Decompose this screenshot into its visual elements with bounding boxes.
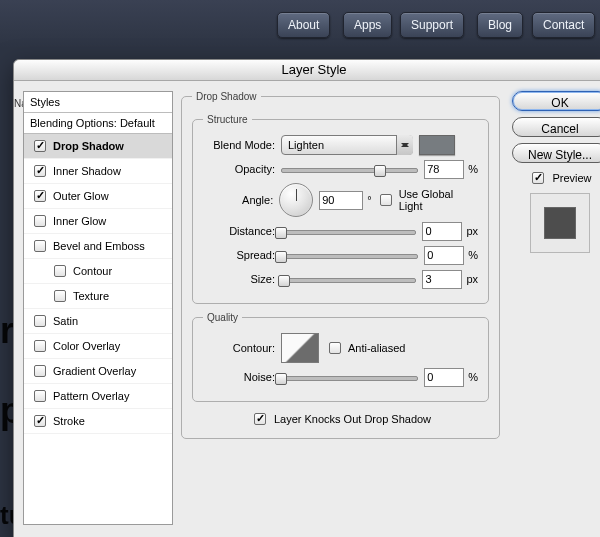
style-item-inner-shadow[interactable]: Inner Shadow bbox=[24, 159, 172, 184]
size-slider[interactable] bbox=[281, 272, 416, 286]
noise-label: Noise: bbox=[203, 371, 281, 383]
style-item-checkbox[interactable] bbox=[34, 165, 46, 177]
style-item-checkbox[interactable] bbox=[34, 190, 46, 202]
blend-mode-label: Blend Mode: bbox=[203, 139, 281, 151]
style-item-label: Inner Glow bbox=[53, 215, 106, 227]
effect-settings: Drop Shadow Structure Blend Mode: Lighte… bbox=[181, 91, 500, 449]
size-label: Size: bbox=[203, 273, 281, 285]
style-item-checkbox[interactable] bbox=[34, 140, 46, 152]
style-item-gradient-overlay[interactable]: Gradient Overlay bbox=[24, 359, 172, 384]
anti-aliased-checkbox[interactable] bbox=[329, 342, 341, 354]
contour-label: Contour: bbox=[203, 342, 281, 354]
style-item-checkbox[interactable] bbox=[34, 340, 46, 352]
angle-dial[interactable] bbox=[279, 183, 313, 217]
style-item-checkbox[interactable] bbox=[34, 215, 46, 227]
style-item-contour[interactable]: Contour bbox=[24, 259, 172, 284]
drop-shadow-group: Drop Shadow Structure Blend Mode: Lighte… bbox=[181, 91, 500, 439]
spread-slider[interactable] bbox=[281, 248, 418, 262]
style-item-inner-glow[interactable]: Inner Glow bbox=[24, 209, 172, 234]
layer-style-dialog: Layer Style Na Styles Blending Options: … bbox=[13, 59, 600, 537]
drop-shadow-legend: Drop Shadow bbox=[192, 91, 261, 102]
distance-unit: px bbox=[466, 225, 478, 237]
distance-input[interactable] bbox=[422, 222, 462, 241]
cancel-button[interactable]: Cancel bbox=[512, 117, 600, 137]
styles-list: Styles Blending Options: Default Drop Sh… bbox=[23, 91, 173, 525]
blend-mode-select[interactable]: Lighten bbox=[281, 135, 413, 155]
style-item-label: Bevel and Emboss bbox=[53, 240, 145, 252]
style-item-label: Outer Glow bbox=[53, 190, 109, 202]
dialog-title: Layer Style bbox=[14, 60, 600, 81]
style-item-outer-glow[interactable]: Outer Glow bbox=[24, 184, 172, 209]
style-item-color-overlay[interactable]: Color Overlay bbox=[24, 334, 172, 359]
style-item-label: Gradient Overlay bbox=[53, 365, 136, 377]
structure-legend: Structure bbox=[203, 114, 252, 125]
dialog-buttons: OK Cancel New Style... Preview bbox=[512, 91, 600, 253]
preview-label: Preview bbox=[552, 172, 591, 184]
size-unit: px bbox=[466, 273, 478, 285]
style-item-bevel-and-emboss[interactable]: Bevel and Emboss bbox=[24, 234, 172, 259]
quality-legend: Quality bbox=[203, 312, 242, 323]
preview-swatch bbox=[544, 207, 576, 239]
angle-input[interactable] bbox=[319, 191, 363, 210]
use-global-light-label: Use Global Light bbox=[399, 188, 478, 212]
ok-button[interactable]: OK bbox=[512, 91, 600, 111]
quality-group: Quality Contour: Anti-aliased Noise: % bbox=[192, 312, 489, 402]
nav-contact[interactable]: Contact bbox=[532, 12, 595, 38]
style-item-checkbox[interactable] bbox=[34, 240, 46, 252]
style-item-checkbox[interactable] bbox=[54, 265, 66, 277]
use-global-light-checkbox[interactable] bbox=[380, 194, 392, 206]
angle-unit: ° bbox=[367, 194, 371, 206]
style-item-label: Contour bbox=[73, 265, 112, 277]
angle-label: Angle: bbox=[203, 194, 279, 206]
noise-slider[interactable] bbox=[281, 370, 418, 384]
layer-knocks-out-checkbox[interactable] bbox=[254, 413, 266, 425]
style-item-label: Drop Shadow bbox=[53, 140, 124, 152]
new-style-button[interactable]: New Style... bbox=[512, 143, 600, 163]
preview-checkbox[interactable] bbox=[532, 172, 544, 184]
structure-group: Structure Blend Mode: Lighten Opacity: % bbox=[192, 114, 489, 304]
layer-knocks-out-label: Layer Knocks Out Drop Shadow bbox=[274, 413, 431, 425]
style-item-label: Stroke bbox=[53, 415, 85, 427]
styles-header[interactable]: Styles bbox=[24, 92, 172, 113]
style-item-checkbox[interactable] bbox=[34, 390, 46, 402]
preview-box bbox=[530, 193, 590, 253]
style-item-stroke[interactable]: Stroke bbox=[24, 409, 172, 434]
opacity-slider[interactable] bbox=[281, 162, 418, 176]
style-item-label: Color Overlay bbox=[53, 340, 120, 352]
opacity-input[interactable] bbox=[424, 160, 464, 179]
spread-unit: % bbox=[468, 249, 478, 261]
style-item-checkbox[interactable] bbox=[34, 415, 46, 427]
style-item-label: Inner Shadow bbox=[53, 165, 121, 177]
anti-aliased-label: Anti-aliased bbox=[348, 342, 405, 354]
style-item-satin[interactable]: Satin bbox=[24, 309, 172, 334]
style-item-drop-shadow[interactable]: Drop Shadow bbox=[24, 134, 172, 159]
style-item-checkbox[interactable] bbox=[34, 365, 46, 377]
noise-unit: % bbox=[468, 371, 478, 383]
size-input[interactable] bbox=[422, 270, 462, 289]
style-item-pattern-overlay[interactable]: Pattern Overlay bbox=[24, 384, 172, 409]
distance-slider[interactable] bbox=[281, 224, 416, 238]
style-item-label: Pattern Overlay bbox=[53, 390, 129, 402]
nav-support[interactable]: Support bbox=[400, 12, 464, 38]
style-item-checkbox[interactable] bbox=[34, 315, 46, 327]
nav-about[interactable]: About bbox=[277, 12, 330, 38]
nav-blog[interactable]: Blog bbox=[477, 12, 523, 38]
style-item-texture[interactable]: Texture bbox=[24, 284, 172, 309]
contour-picker[interactable] bbox=[281, 333, 319, 363]
shadow-color-swatch[interactable] bbox=[419, 135, 455, 155]
style-item-label: Texture bbox=[73, 290, 109, 302]
opacity-unit: % bbox=[468, 163, 478, 175]
style-item-checkbox[interactable] bbox=[54, 290, 66, 302]
style-item-label: Satin bbox=[53, 315, 78, 327]
nav-apps[interactable]: Apps bbox=[343, 12, 392, 38]
spread-input[interactable] bbox=[424, 246, 464, 265]
noise-input[interactable] bbox=[424, 368, 464, 387]
blending-options-header[interactable]: Blending Options: Default bbox=[24, 113, 172, 134]
spread-label: Spread: bbox=[203, 249, 281, 261]
opacity-label: Opacity: bbox=[203, 163, 281, 175]
distance-label: Distance: bbox=[203, 225, 281, 237]
